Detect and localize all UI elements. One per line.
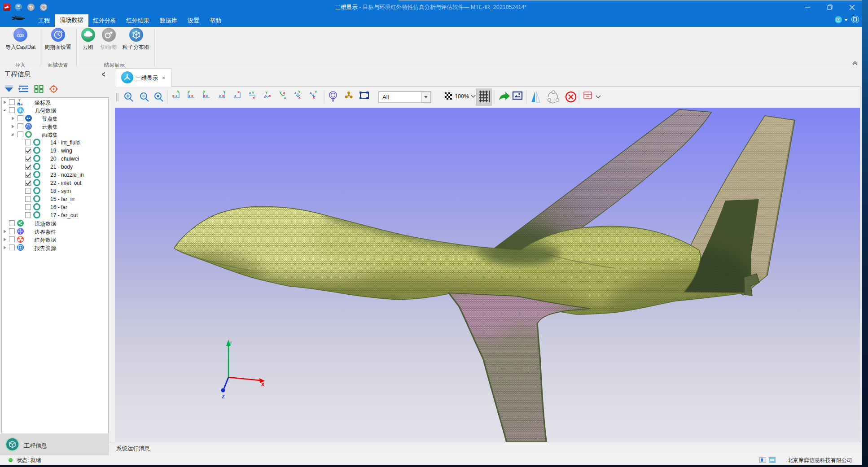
svg-text:Z: Z bbox=[222, 394, 225, 399]
svg-text:Y: Y bbox=[298, 90, 301, 94]
svg-text:Y: Y bbox=[18, 99, 21, 102]
svg-text:Y: Y bbox=[252, 91, 254, 95]
svg-text:z: z bbox=[294, 91, 296, 95]
svg-text:z: z bbox=[189, 94, 190, 98]
svg-text:All: All bbox=[382, 94, 389, 100]
svg-text:z: z bbox=[234, 94, 236, 98]
svg-text:x: x bbox=[253, 96, 255, 100]
svg-text:X: X bbox=[261, 382, 265, 387]
svg-text:z: z bbox=[310, 91, 311, 95]
svg-text:z: z bbox=[264, 95, 266, 99]
svg-text:x: x bbox=[222, 94, 224, 98]
svg-text:Y: Y bbox=[265, 91, 268, 95]
svg-text:z: z bbox=[249, 91, 251, 95]
svg-text:x: x bbox=[269, 94, 271, 98]
svg-text:z: z bbox=[18, 103, 19, 106]
svg-text:z: z bbox=[175, 94, 177, 98]
svg-text:x: x bbox=[21, 103, 23, 106]
svg-text:z: z bbox=[219, 94, 221, 98]
svg-text:y: y bbox=[230, 340, 232, 345]
svg-text:z: z bbox=[206, 94, 208, 98]
svg-text:Y: Y bbox=[223, 90, 226, 94]
svg-text:x: x bbox=[172, 94, 175, 98]
svg-text:x: x bbox=[203, 94, 206, 98]
svg-text:100%: 100% bbox=[455, 93, 469, 100]
svg-text:x: x bbox=[313, 96, 315, 100]
svg-text:Y: Y bbox=[279, 91, 282, 95]
svg-text:x: x bbox=[283, 91, 285, 95]
svg-text:x: x bbox=[191, 94, 193, 98]
svg-text:z: z bbox=[284, 96, 286, 100]
svg-text:Y: Y bbox=[315, 90, 317, 94]
svg-text:X: X bbox=[237, 90, 240, 94]
svg-text:x: x bbox=[298, 96, 301, 100]
